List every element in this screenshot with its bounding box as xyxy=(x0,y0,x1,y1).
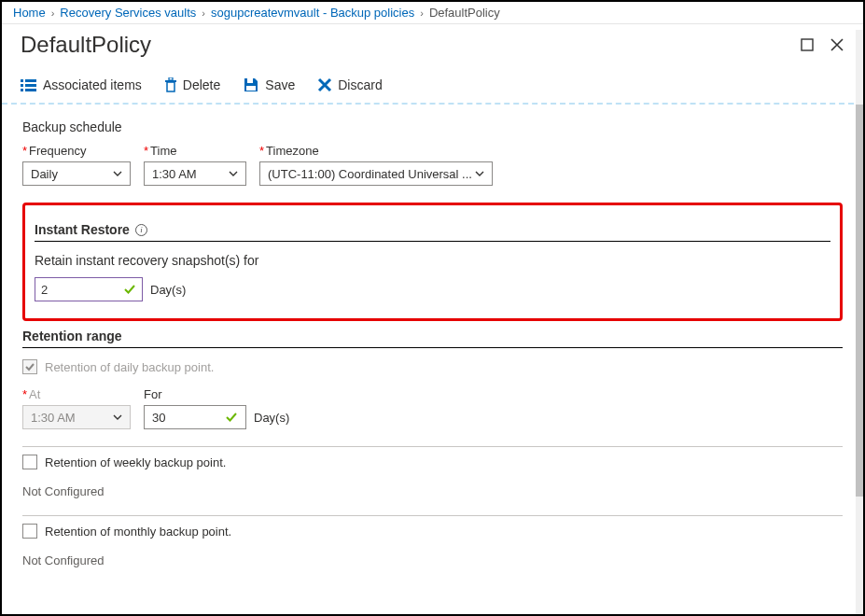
svg-rect-11 xyxy=(246,86,256,91)
weekly-retention-checkbox[interactable] xyxy=(22,455,37,469)
frequency-label: *Frequency xyxy=(22,144,131,158)
breadcrumb: Home › Recovery Services vaults › sogupc… xyxy=(2,2,863,24)
chevron-down-icon xyxy=(113,169,122,178)
for-unit: Day(s) xyxy=(254,411,289,425)
associated-items-button[interactable]: Associated items xyxy=(21,77,142,92)
instant-restore-heading: Instant Restore i xyxy=(35,222,830,242)
backup-schedule-heading: Backup schedule xyxy=(22,119,843,134)
delete-button[interactable]: Delete xyxy=(164,77,220,92)
checkmark-icon xyxy=(225,411,238,424)
weekly-retention-label: Retention of weekly backup point. xyxy=(45,455,226,469)
monthly-retention-checkbox[interactable] xyxy=(22,524,37,539)
discard-button[interactable]: Discard xyxy=(317,77,382,92)
close-icon[interactable] xyxy=(830,37,844,52)
timezone-select[interactable]: (UTC-11:00) Coordinated Universal ... xyxy=(259,161,493,186)
chevron-down-icon xyxy=(113,413,122,422)
content-area: Backup schedule *Frequency Daily *Time 1… xyxy=(2,105,863,567)
associated-items-label: Associated items xyxy=(43,77,142,92)
weekly-not-configured: Not Configured xyxy=(22,484,843,498)
timezone-value: (UTC-11:00) Coordinated Universal ... xyxy=(268,167,472,181)
svg-rect-8 xyxy=(167,82,174,91)
x-icon xyxy=(317,77,332,92)
weekly-retention-checkbox-row: Retention of weekly backup point. xyxy=(22,455,843,469)
at-label: *At xyxy=(22,387,131,401)
monthly-not-configured: Not Configured xyxy=(22,553,843,567)
svg-rect-1 xyxy=(21,79,23,82)
info-icon[interactable]: i xyxy=(135,224,147,236)
frequency-select[interactable]: Daily xyxy=(22,161,131,186)
scrollbar-thumb[interactable] xyxy=(856,105,863,497)
svg-rect-0 xyxy=(802,39,813,50)
restore-window-icon[interactable] xyxy=(800,37,815,52)
chevron-right-icon: › xyxy=(420,7,424,19)
svg-rect-3 xyxy=(21,84,23,87)
daily-retention-checkbox xyxy=(22,359,37,374)
delete-label: Delete xyxy=(183,77,220,92)
timezone-label: *Timezone xyxy=(259,144,493,158)
instant-days-value: 2 xyxy=(41,283,48,297)
svg-rect-6 xyxy=(25,89,36,91)
save-button[interactable]: Save xyxy=(243,77,295,93)
trash-icon xyxy=(164,77,177,92)
save-icon xyxy=(243,77,259,93)
page-title: DefaultPolicy xyxy=(21,32,151,58)
chevron-down-icon xyxy=(475,169,484,178)
for-label: For xyxy=(144,387,289,401)
svg-rect-9 xyxy=(169,77,173,80)
frequency-value: Daily xyxy=(31,167,58,181)
checkmark-icon xyxy=(24,361,35,372)
retention-range-heading: Retention range xyxy=(22,329,843,348)
monthly-retention-label: Retention of monthly backup point. xyxy=(45,525,231,539)
discard-label: Discard xyxy=(338,77,382,92)
save-label: Save xyxy=(265,77,295,92)
chevron-right-icon: › xyxy=(51,7,55,19)
svg-rect-4 xyxy=(25,84,36,87)
chevron-down-icon xyxy=(229,169,238,178)
scrollbar-track[interactable] xyxy=(856,30,863,614)
divider xyxy=(22,515,843,516)
at-value: 1:30 AM xyxy=(31,411,76,425)
time-value: 1:30 AM xyxy=(152,167,197,181)
title-bar: DefaultPolicy xyxy=(2,24,863,69)
at-select: 1:30 AM xyxy=(22,405,131,429)
svg-rect-2 xyxy=(25,79,36,82)
breadcrumb-vaults[interactable]: Recovery Services vaults xyxy=(60,6,196,20)
for-value: 30 xyxy=(152,411,165,425)
instant-retain-label: Retain instant recovery snapshot(s) for xyxy=(35,253,830,268)
daily-retention-checkbox-row: Retention of daily backup point. xyxy=(22,359,843,374)
instant-restore-section: Instant Restore i Retain instant recover… xyxy=(22,203,843,321)
breadcrumb-home[interactable]: Home xyxy=(13,6,46,20)
daily-retention-label: Retention of daily backup point. xyxy=(45,360,214,374)
svg-rect-5 xyxy=(21,89,23,91)
list-icon xyxy=(21,78,37,91)
breadcrumb-current: DefaultPolicy xyxy=(429,6,500,20)
chevron-right-icon: › xyxy=(202,7,205,19)
time-select[interactable]: 1:30 AM xyxy=(144,161,246,186)
svg-rect-10 xyxy=(247,78,253,83)
for-input[interactable]: 30 xyxy=(144,405,246,429)
monthly-retention-checkbox-row: Retention of monthly backup point. xyxy=(22,524,843,539)
toolbar: Associated items Delete Save Discard xyxy=(2,69,863,105)
instant-days-unit: Day(s) xyxy=(150,283,186,297)
divider xyxy=(22,446,843,447)
checkmark-icon xyxy=(123,283,136,296)
instant-days-input[interactable]: 2 xyxy=(35,277,143,301)
time-label: *Time xyxy=(144,144,246,158)
breadcrumb-vault-policies[interactable]: sogupcreatevmvault - Backup policies xyxy=(211,6,414,20)
